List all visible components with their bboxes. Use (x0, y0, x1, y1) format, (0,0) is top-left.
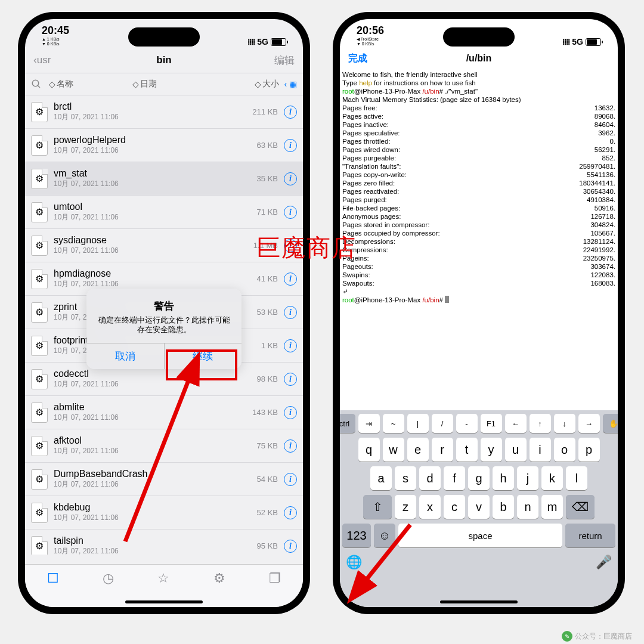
battery-icon (271, 38, 286, 46)
info-button[interactable]: i (284, 172, 297, 185)
info-button[interactable]: i (284, 206, 297, 219)
key-x[interactable]: x (419, 495, 441, 519)
key-z[interactable]: z (395, 495, 416, 519)
terminal-line: Pages inactive:84604. (342, 120, 615, 129)
key-u[interactable]: u (505, 438, 527, 462)
file-icon: ⚙ (31, 503, 48, 523)
battery-icon (586, 38, 601, 46)
key-v[interactable]: v (468, 495, 490, 519)
key-e[interactable]: e (407, 438, 429, 462)
key-s[interactable]: s (395, 466, 416, 490)
key-n[interactable]: n (517, 495, 538, 519)
status-time: 20:56 (357, 24, 384, 37)
key-F1[interactable]: F1 (481, 414, 502, 433)
terminal-nav: 完成 /u/bin (340, 48, 618, 69)
key-r[interactable]: r (432, 438, 453, 462)
key-l[interactable]: l (566, 466, 587, 490)
terminal-line: Swapouts:168083. (342, 279, 615, 287)
key-b[interactable]: b (493, 495, 514, 519)
terminal-output[interactable]: Welcome to fish, the friendly interactiv… (340, 69, 618, 385)
file-name: vm_stat (54, 168, 257, 179)
key-q[interactable]: q (358, 438, 380, 462)
key-ctrl[interactable]: ctrl (340, 414, 355, 433)
key-←[interactable]: ← (505, 414, 527, 433)
view-toggle[interactable]: ‹ ▦ (284, 79, 297, 89)
terminal-line: Pages throttled:0. (342, 137, 615, 145)
tab-recent-icon[interactable]: ☐ (47, 571, 59, 586)
home-indicator[interactable] (440, 600, 518, 603)
file-icon: ⚙ (31, 269, 48, 289)
key-w[interactable]: w (383, 438, 404, 462)
info-button[interactable]: i (284, 406, 297, 419)
info-button[interactable]: i (284, 439, 297, 453)
done-button[interactable]: 完成 (348, 52, 367, 65)
file-size: 98 KB (257, 374, 278, 383)
key-⇥[interactable]: ⇥ (358, 414, 380, 433)
key-d[interactable]: d (419, 466, 441, 490)
tab-windows-icon[interactable]: ❐ (269, 571, 281, 586)
key-return[interactable]: return (565, 524, 615, 547)
key-space[interactable]: space (398, 524, 562, 547)
sort-name[interactable]: ◇ 名称 (49, 79, 132, 89)
tab-settings-icon[interactable]: ⚙ (213, 571, 225, 586)
key-c[interactable]: c (444, 495, 465, 519)
info-button[interactable]: i (284, 473, 297, 486)
key-⇧[interactable]: ⇧ (363, 495, 392, 519)
key-p[interactable]: p (578, 438, 600, 462)
sort-date[interactable]: ◇ 日期 (132, 79, 216, 89)
mic-icon[interactable]: 🎤 (596, 555, 612, 570)
network-label: 5G (257, 37, 268, 47)
svg-line-1 (38, 85, 40, 88)
info-button[interactable]: i (284, 273, 297, 286)
status-app-return[interactable]: ◀ TrollStore (357, 37, 379, 42)
terminal-line: File-backed pages:50916. (342, 204, 615, 212)
signal-icon: ⁞⁞⁞⁞ (562, 37, 569, 47)
key-↓[interactable]: ↓ (554, 414, 575, 433)
key-o[interactable]: o (554, 438, 575, 462)
file-size: 63 KB (257, 141, 278, 150)
info-button[interactable]: i (284, 106, 297, 119)
key--[interactable]: - (456, 414, 478, 433)
key-|[interactable]: | (407, 414, 429, 433)
key-t[interactable]: t (456, 438, 478, 462)
info-button[interactable]: i (284, 506, 297, 519)
key-f[interactable]: f (444, 466, 465, 490)
arrow-annotation (351, 519, 422, 599)
key-m[interactable]: m (541, 495, 563, 519)
tab-favorite-icon[interactable]: ☆ (157, 571, 169, 586)
key-~[interactable]: ~ (383, 414, 404, 433)
key-⌫[interactable]: ⌫ (566, 495, 595, 519)
key-h[interactable]: h (493, 466, 514, 490)
key-i[interactable]: i (530, 438, 551, 462)
terminal-line: Pageins:23250975. (342, 254, 615, 262)
terminal-line: Pages occupied by compressor:105667. (342, 229, 615, 237)
terminal-line: Pages copy-on-write:5541136. (342, 171, 615, 179)
key-↑[interactable]: ↑ (530, 414, 551, 433)
info-button[interactable]: i (284, 373, 297, 386)
file-name: powerlogHelperd (54, 135, 257, 145)
file-row[interactable]: ⚙brctl10月 07, 2021 11:06211 KBi (25, 95, 303, 129)
file-row[interactable]: ⚙powerlogHelperd10月 07, 2021 11:0663 KBi (25, 129, 303, 162)
key-/[interactable]: / (432, 414, 453, 433)
file-row[interactable]: ⚙vm_stat10月 07, 2021 11:0635 KBi (25, 162, 303, 196)
file-row[interactable]: ⚙umtool10月 07, 2021 11:0671 KBi (25, 196, 303, 229)
key-j[interactable]: j (517, 466, 538, 490)
key-k[interactable]: k (541, 466, 563, 490)
edit-button[interactable]: 编辑 (274, 54, 295, 67)
key-g[interactable]: g (468, 466, 490, 490)
info-button[interactable]: i (284, 540, 297, 553)
tab-history-icon[interactable]: ◷ (103, 571, 114, 586)
key-✋[interactable]: ✋ (603, 414, 618, 433)
search-icon[interactable] (31, 79, 49, 89)
file-name: hpmdiagnose (54, 268, 257, 279)
key-a[interactable]: a (370, 466, 392, 490)
terminal-title: /u/bin (466, 53, 492, 64)
info-button[interactable]: i (284, 139, 297, 152)
sort-size[interactable]: ◇ 大小 (215, 79, 284, 89)
info-button[interactable]: i (284, 306, 297, 319)
key-→[interactable]: → (578, 414, 600, 433)
back-button[interactable]: ‹ usr (33, 54, 51, 66)
info-button[interactable]: i (284, 339, 297, 352)
home-indicator[interactable] (125, 600, 203, 603)
key-y[interactable]: y (481, 438, 502, 462)
